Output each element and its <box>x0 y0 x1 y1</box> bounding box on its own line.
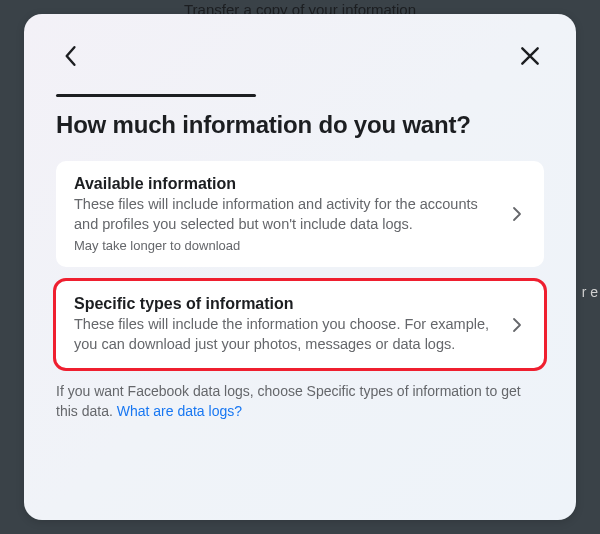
side-fragment: r e <box>582 284 598 300</box>
option-description: These files will include information and… <box>74 195 496 234</box>
option-content: Specific types of information These file… <box>74 295 508 354</box>
back-button[interactable] <box>56 42 84 70</box>
close-icon <box>519 45 541 67</box>
option-title: Specific types of information <box>74 295 496 313</box>
progress-indicator <box>56 94 256 97</box>
modal-header <box>56 42 544 70</box>
modal: How much information do you want? Availa… <box>24 14 576 520</box>
footer-text: If you want Facebook data logs, choose S… <box>56 382 544 421</box>
option-title: Available information <box>74 175 496 193</box>
option-specific-types[interactable]: Specific types of information These file… <box>56 281 544 368</box>
option-note: May take longer to download <box>74 238 496 253</box>
chevron-right-icon <box>508 316 526 334</box>
option-available-information[interactable]: Available information These files will i… <box>56 161 544 267</box>
data-logs-link[interactable]: What are data logs? <box>117 403 242 419</box>
chevron-left-icon <box>63 45 77 67</box>
modal-title: How much information do you want? <box>56 111 544 139</box>
chevron-right-icon <box>508 205 526 223</box>
option-description: These files will include the information… <box>74 315 496 354</box>
close-button[interactable] <box>516 42 544 70</box>
option-content: Available information These files will i… <box>74 175 508 253</box>
